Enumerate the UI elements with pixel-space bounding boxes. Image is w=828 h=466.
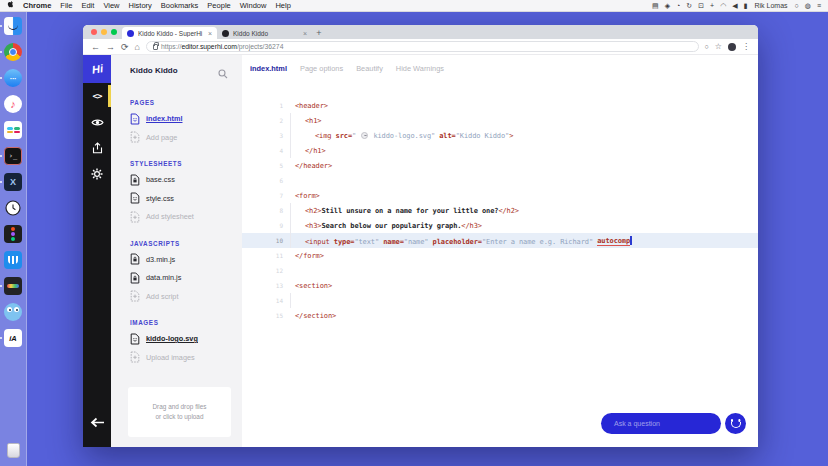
battery-icon[interactable]: ▮ (744, 0, 748, 12)
menu-window[interactable]: Window (240, 0, 267, 12)
forward-button[interactable]: → (106, 39, 115, 55)
code-text: <section> (295, 282, 332, 290)
back-to-dashboard-button[interactable] (83, 409, 111, 435)
refresh-icon[interactable]: ↻ (686, 0, 692, 12)
dock-terminal-icon[interactable]: ›_ (4, 147, 22, 165)
preview-tool-button[interactable] (83, 109, 111, 135)
profile-avatar[interactable] (728, 43, 736, 51)
code-line-11: 11</form> (242, 248, 758, 263)
home-button[interactable]: ⌂ (135, 39, 140, 55)
action-add-script[interactable]: Add script (130, 290, 242, 302)
menu-file[interactable]: File (60, 0, 72, 12)
file-kiddo-logo.svg[interactable]: kiddo-logo.svg (130, 333, 242, 345)
file-smiley-icon (130, 333, 140, 345)
superhi-logo[interactable]: Hi (83, 55, 111, 83)
notification-center-icon[interactable]: ≡ (817, 0, 821, 12)
code-tool-button[interactable]: <> (83, 83, 111, 109)
code-text: </h1> (305, 147, 326, 155)
hide-warnings-button[interactable]: Hide Warnings (396, 64, 444, 73)
file-label: Upload images (146, 353, 195, 362)
browser-tab-1[interactable]: Kiddo Kiddo - SuperHi× (122, 27, 217, 39)
menu-bar-status-area: ▤◈◔↻⊡+◠◀▮ Rik Lomas ○◍≡ (652, 0, 821, 12)
back-button[interactable]: ← (91, 39, 100, 55)
action-add-page[interactable]: Add page (130, 131, 242, 143)
dock-vscode-icon[interactable]: X (4, 173, 22, 191)
dock-finder-icon[interactable] (4, 17, 22, 35)
tab-close-icon[interactable]: × (208, 30, 212, 37)
file-base.css[interactable]: base.css (130, 174, 242, 186)
beautify-button[interactable]: Beautify (356, 64, 383, 73)
dock-intercom-icon[interactable] (4, 251, 22, 269)
dock-messages-icon[interactable]: ··· (4, 69, 22, 87)
clock-icon[interactable]: ◔ (676, 0, 680, 12)
url-host: editor.superhi.com (181, 43, 237, 50)
browser-tab-2[interactable]: Kiddo Kiddo× (217, 27, 312, 39)
action-upload-images[interactable]: Upload images (130, 351, 242, 363)
upload-tool-button[interactable] (83, 135, 111, 161)
macos-menu-bar: ChromeFileEditViewHistoryBookmarksPeople… (0, 0, 828, 12)
display-icon[interactable]: ▤ (652, 0, 659, 12)
dock-gif-app-icon[interactable] (4, 277, 22, 295)
dock-chrome-icon[interactable] (4, 43, 22, 61)
minimize-window-button[interactable] (101, 29, 107, 35)
file-data.min.js[interactable]: data.min.js (130, 272, 242, 284)
reload-button[interactable]: ⟳ (121, 39, 129, 55)
dropzone-text-line2: or click to upload (153, 412, 207, 422)
menu-history[interactable]: History (129, 0, 152, 12)
menu-bar-user-name[interactable]: Rik Lomas (754, 2, 787, 9)
file-label: Add stylesheet (146, 212, 194, 221)
close-window-button[interactable] (91, 29, 97, 35)
siri-icon[interactable]: ◍ (805, 0, 811, 12)
tab-close-icon[interactable]: × (303, 30, 307, 37)
dock-twitterrific-icon[interactable] (4, 303, 22, 321)
line-number: 6 (242, 177, 295, 184)
bookmark-star-icon[interactable]: ☆ (715, 42, 722, 51)
dock-slack-icon[interactable] (4, 121, 22, 139)
spotlight-search-icon[interactable]: ○ (795, 0, 799, 12)
file-label: style.css (146, 194, 174, 203)
apple-logo-icon (7, 0, 14, 8)
editor-workspace: Hi <> Kiddo Kiddo PAGESindex.htmlAdd pag… (83, 55, 758, 447)
window-controls (88, 25, 122, 39)
file-d3.min.js[interactable]: d3.min.js (130, 253, 242, 265)
search-icon[interactable] (218, 65, 228, 83)
code-text: <img src=" kiddo-logo.svg" alt="Kiddo Ki… (315, 132, 513, 140)
settings-tool-button[interactable] (83, 161, 111, 187)
code-area[interactable]: 1<header>2<h1>3<img src=" kiddo-logo.svg… (242, 98, 758, 323)
file-style.css[interactable]: style.css (130, 192, 242, 204)
menu-people[interactable]: People (207, 0, 230, 12)
url-field[interactable]: https://editor.superhi.com/projects/3627… (146, 41, 699, 52)
action-add-stylesheet[interactable]: Add stylesheet (130, 211, 242, 223)
dock-trash-icon[interactable] (4, 442, 22, 460)
menu-chrome[interactable]: Chrome (23, 0, 51, 12)
dock-music-icon[interactable]: ♪ (4, 95, 22, 113)
ask-question-button[interactable]: Ask a question (601, 413, 721, 434)
file-lock-icon (130, 253, 140, 265)
shield-icon[interactable]: ◈ (665, 0, 670, 12)
menu-help[interactable]: Help (275, 0, 290, 12)
zoom-window-button[interactable] (111, 29, 117, 35)
zoom-page-icon[interactable]: ○ (705, 43, 709, 50)
menu-bookmarks[interactable]: Bookmarks (161, 0, 199, 12)
plus-icon[interactable]: + (710, 0, 714, 12)
dock-ia-writer-icon[interactable]: iA (4, 329, 22, 347)
menu-view[interactable]: View (103, 0, 119, 12)
image-preview-chip[interactable] (361, 132, 368, 139)
volume-icon[interactable]: ◀ (732, 0, 737, 12)
airplay-icon[interactable]: ⊡ (698, 0, 704, 12)
file-index.html[interactable]: index.html (130, 113, 242, 125)
upload-dropzone[interactable]: Drag and drop files or click to upload (128, 387, 231, 437)
browser-menu-icon[interactable]: ⋮ (742, 42, 750, 51)
status-icons: ▤◈◔↻⊡+◠◀▮ (652, 0, 747, 12)
wifi-icon[interactable]: ◠ (720, 0, 726, 12)
tab-title: Kiddo Kiddo - SuperHi (138, 30, 204, 37)
apple-menu-icon[interactable] (7, 0, 14, 12)
open-file-tab[interactable]: index.html (250, 64, 287, 73)
page-options-button[interactable]: Page options (300, 64, 343, 73)
code-line-7: 7<form> (242, 188, 758, 203)
dock-clock-app-icon[interactable] (4, 199, 22, 217)
menu-edit[interactable]: Edit (81, 0, 94, 12)
new-tab-button[interactable]: + (312, 27, 326, 39)
smiley-help-icon[interactable] (725, 413, 746, 434)
dock-figma-icon[interactable] (4, 225, 22, 243)
